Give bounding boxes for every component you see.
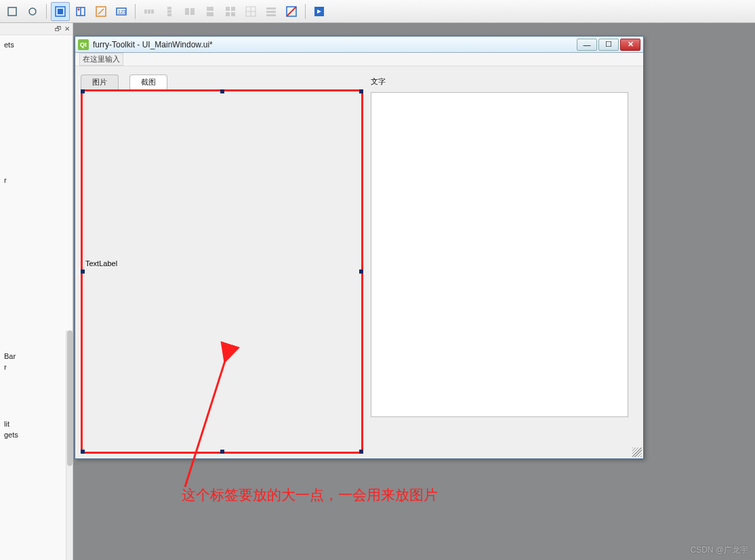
vsplit-icon [201,2,220,21]
selection-handle[interactable] [359,450,363,454]
grid2-icon [241,2,260,21]
design-canvas: Qt furry-Toolkit - UI_MainWindow.ui* — ☐… [73,23,755,560]
text-edit-widget[interactable] [371,92,628,417]
widget-box-panel: 🗗 ✕ ets rBarrlitgets [0,23,73,560]
tab-page-screenshot[interactable]: TextLabel [81,89,363,454]
dock-float-icon[interactable]: 🗗 [55,25,62,33]
tab-bar: 图片 截图 [81,74,363,89]
svg-rect-9 [148,9,150,14]
edit-widgets-icon[interactable] [3,2,22,21]
svg-rect-12 [167,10,171,13]
selection-handle[interactable] [81,450,85,454]
widget-category[interactable] [3,186,70,188]
resize-grip[interactable] [632,448,642,457]
selection-handle[interactable] [81,89,85,93]
svg-rect-18 [226,7,230,11]
widget-category[interactable]: lit [3,418,70,429]
layout-form-icon[interactable] [71,2,90,21]
svg-text:123: 123 [118,9,126,14]
svg-rect-14 [185,8,189,15]
design-menubar[interactable]: 在这里输入 [75,53,643,66]
svg-rect-0 [8,7,16,16]
tab-widget[interactable]: 图片 截图 TextLabel [81,74,363,454]
form2-icon [262,2,281,21]
left-scrollbar[interactable] [66,330,73,560]
main-toolbar: 123 [0,0,755,23]
watermark: CSDN @广龙宇 [690,544,748,556]
widget-category[interactable]: gets [3,429,70,440]
svg-rect-15 [190,8,195,15]
vbox-icon [160,2,179,21]
tab-screenshot[interactable]: 截图 [129,74,167,89]
svg-rect-3 [58,9,63,14]
widget-category[interactable]: Bar [3,351,70,362]
widget-category[interactable] [3,375,70,378]
svg-rect-13 [167,14,171,16]
svg-rect-19 [231,7,235,11]
svg-rect-26 [266,11,276,13]
selection-handle[interactable] [81,270,85,274]
annotation-text: 这个标签要放的大一点，一会用来放图片 [182,486,438,504]
layout-break-icon[interactable] [91,2,110,21]
qlabel-widget[interactable]: TextLabel [85,259,117,267]
selection-handle[interactable] [220,89,224,93]
svg-rect-8 [144,9,147,14]
window-title: furry-Toolkit - UI_MainWindow.ui* [93,40,577,49]
widget-category[interactable]: ets [3,39,70,50]
svg-rect-11 [167,7,171,9]
minimize-button[interactable]: — [577,39,597,51]
form-body[interactable]: 图片 截图 TextLabel 文字 [75,66,643,458]
svg-rect-21 [231,12,235,16]
close-button[interactable]: ✕ [620,39,640,51]
svg-rect-16 [207,7,213,11]
text-section-label: 文字 [371,77,386,87]
titlebar[interactable]: Qt furry-Toolkit - UI_MainWindow.ui* — ☐… [75,37,643,53]
selection-handle[interactable] [359,89,363,93]
hsplit-icon [180,2,199,21]
hbox-icon [140,2,159,21]
edit-signals-icon[interactable] [23,2,42,21]
svg-rect-10 [151,9,154,14]
svg-rect-27 [266,14,276,16]
maximize-button[interactable]: ☐ [598,39,619,51]
menubar-hint[interactable]: 在这里输入 [79,53,123,66]
dock-header: 🗗 ✕ [0,23,73,35]
preview-icon[interactable] [310,2,329,21]
break2-icon[interactable] [282,2,301,21]
svg-rect-17 [207,12,213,16]
widget-category[interactable]: r [3,175,70,186]
layout-grid-icon[interactable] [51,2,70,21]
tab-image[interactable]: 图片 [81,74,119,89]
svg-rect-25 [266,7,276,9]
widget-category[interactable]: r [3,362,70,372]
selection-handle[interactable] [359,270,363,274]
svg-point-1 [29,8,36,15]
dock-close-icon[interactable]: ✕ [64,25,70,33]
svg-rect-20 [226,12,230,16]
left-scroll-thumb[interactable] [67,330,73,466]
svg-point-4 [78,8,80,10]
grid-icon [221,2,240,21]
designer-window: Qt furry-Toolkit - UI_MainWindow.ui* — ☐… [75,36,644,459]
selection-handle[interactable] [220,450,224,454]
layout-adjust-icon[interactable]: 123 [112,2,131,21]
qt-icon: Qt [78,39,89,50]
